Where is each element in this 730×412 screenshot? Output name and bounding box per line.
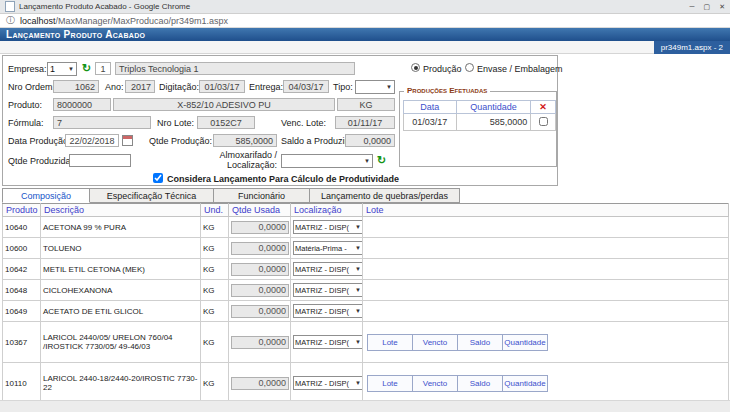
cell-und: KG: [201, 238, 229, 259]
chevron-down-icon: ▼: [355, 308, 361, 314]
produto-descricao-field: X-852/10 ADESIVO PU: [113, 98, 335, 111]
localizacao-select[interactable]: MATRIZ - DISP( ▼: [293, 283, 363, 297]
table-row: 10600 TOLUENO KG Matéria-Prima - ▼: [3, 238, 729, 259]
tab-especificacao-tecnica[interactable]: Especificação Técnica: [90, 188, 214, 203]
lote-subcolumn[interactable]: Vencto: [412, 375, 458, 392]
cell-und: KG: [201, 322, 229, 363]
digitacao-field: 01/03/17: [199, 80, 245, 93]
empresa-select-value: 1: [50, 64, 55, 74]
localizacao-select[interactable]: Matéria-Prima - ▼: [293, 241, 363, 255]
localizacao-select[interactable]: MATRIZ - DISP( ▼: [293, 220, 363, 234]
chevron-down-icon: ▼: [355, 224, 361, 230]
qtde-usada-input[interactable]: [231, 242, 289, 255]
cell-und: KG: [201, 217, 229, 238]
empresa-num2-field[interactable]: 1: [95, 62, 111, 75]
minimize-icon[interactable]: ─: [690, 3, 695, 11]
lote-subcolumn[interactable]: Vencto: [412, 334, 458, 351]
producoes-table: Data Quantidade ✕ 01/03/17 585,0000: [403, 100, 556, 131]
cell-und: KG: [201, 363, 229, 404]
tipo-select[interactable]: ▼: [355, 80, 395, 94]
tipo-label: Tipo:: [333, 82, 353, 92]
localizacao-select[interactable]: MATRIZ - DISP( ▼: [293, 335, 363, 349]
considera-checkbox[interactable]: [153, 173, 163, 183]
localizacao-select[interactable]: MATRIZ - DISP( ▼: [293, 262, 363, 276]
url-host: localhost: [20, 16, 56, 26]
close-icon[interactable]: ✕: [719, 3, 725, 11]
refresh-empresa-icon[interactable]: ↻: [82, 62, 91, 74]
radio-producao[interactable]: [411, 63, 420, 72]
venc-lote-field: 01/11/17: [335, 116, 395, 129]
lote-subcolumn[interactable]: Lote: [367, 334, 413, 351]
tab-funcionario[interactable]: Funcionário: [214, 188, 310, 203]
qtde-usada-input[interactable]: [231, 221, 289, 234]
localizacao-select[interactable]: MATRIZ - DISP( ▼: [293, 304, 363, 318]
cell-lote: [363, 301, 729, 322]
formula-field: 7: [53, 116, 151, 129]
url-text[interactable]: localhost/MaxManager/MaxProducao/pr349m1…: [20, 16, 228, 26]
localizacao-value: MATRIZ - DISP(: [295, 379, 349, 388]
qtde-usada-input[interactable]: [231, 305, 289, 318]
cell-lote: [363, 259, 729, 280]
localizacao-value: MATRIZ - DISP(: [295, 338, 349, 347]
digitacao-label: Digitação:: [159, 82, 199, 92]
cell-lote: [363, 217, 729, 238]
producoes-col-quantidade[interactable]: Quantidade: [456, 101, 530, 114]
empresa-select[interactable]: 1 ▼: [47, 62, 77, 76]
qtde-usada-input[interactable]: [231, 377, 289, 390]
producoes-col-data[interactable]: Data: [404, 101, 457, 114]
produto-label: Produto:: [8, 100, 42, 110]
cell-qtde-usada: [229, 280, 291, 301]
data-producao-field[interactable]: 22/02/2018: [65, 134, 119, 147]
localizacao-select[interactable]: MATRIZ - DISP( ▼: [293, 376, 363, 390]
qtde-usada-input[interactable]: [231, 263, 289, 276]
maximize-icon[interactable]: ▢: [704, 3, 711, 11]
composition-table: Produto Descrição Und. Qtde Usada Locali…: [2, 203, 729, 404]
radio-envase[interactable]: [465, 63, 474, 72]
chevron-down-icon: ▼: [355, 287, 361, 293]
qtde-produzida-input[interactable]: [69, 154, 131, 167]
cell-produto: 10640: [3, 217, 41, 238]
nro-lote-label: Nro Lote:: [157, 118, 194, 128]
tab-label: Lançamento de quebras/perdas: [321, 191, 448, 201]
mdi-tab-current[interactable]: pr349m1.aspx - 2: [654, 41, 730, 54]
lote-subcolumn[interactable]: Quantidade: [502, 334, 548, 351]
cell-produto: 10648: [3, 280, 41, 301]
producoes-row-checkbox[interactable]: [539, 117, 548, 126]
tab-composicao[interactable]: Composição: [2, 188, 90, 203]
cell-produto: 10649: [3, 301, 41, 322]
qtde-producao-label: Qtde Produção:: [149, 136, 212, 146]
cell-localizacao: MATRIZ - DISP( ▼: [291, 301, 363, 322]
empresa-nome-field: Triplos Tecnologia 1: [115, 62, 355, 75]
considera-checkbox-label: Considera Lançamento Para Cálculo de Pro…: [167, 174, 399, 184]
qtde-usada-input[interactable]: [231, 336, 289, 349]
chevron-down-icon: ▼: [355, 339, 361, 345]
col-descricao: Descrição: [41, 204, 201, 217]
qtde-usada-input[interactable]: [231, 284, 289, 297]
col-qtde-usada: Qtde Usada: [229, 204, 291, 217]
lote-subcolumn[interactable]: Saldo: [457, 334, 503, 351]
chevron-down-icon: ▼: [355, 245, 361, 251]
delete-icon[interactable]: ✕: [539, 102, 547, 112]
qtde-producao-field: 585,0000: [213, 134, 277, 147]
almoxarifado-select[interactable]: ▼: [281, 154, 373, 168]
refresh-almoxarifado-icon[interactable]: ↻: [377, 154, 386, 166]
saldo-produzir-label: Saldo a Produzir:: [281, 136, 350, 146]
info-icon[interactable]: ⓘ: [6, 14, 15, 27]
calendar-icon[interactable]: [122, 135, 133, 146]
chevron-down-icon: ▼: [355, 266, 361, 272]
col-und: Und.: [201, 204, 229, 217]
lote-subcolumn[interactable]: Saldo: [457, 375, 503, 392]
formula-label: Fórmula:: [8, 118, 44, 128]
producoes-row-data: 01/03/17: [404, 114, 457, 131]
cell-localizacao: MATRIZ - DISP( ▼: [291, 322, 363, 363]
cell-descricao: ACETATO DE ETIL GLICOL: [41, 301, 201, 322]
browser-addressbar[interactable]: ⓘ localhost/MaxManager/MaxProducao/pr349…: [0, 14, 730, 28]
lote-subcolumn[interactable]: Lote: [367, 375, 413, 392]
tab-quebras-perdas[interactable]: Lançamento de quebras/perdas: [310, 188, 460, 203]
ano-label: Ano:: [105, 82, 124, 92]
produto-codigo-field: 8000000: [53, 98, 111, 111]
table-row: 10649 ACETATO DE ETIL GLICOL KG MATRIZ -…: [3, 301, 729, 322]
entrega-field: 04/03/17: [283, 80, 329, 93]
radio-envase-label: Envase / Embalagem: [477, 64, 563, 74]
lote-subcolumn[interactable]: Quantidade: [502, 375, 548, 392]
